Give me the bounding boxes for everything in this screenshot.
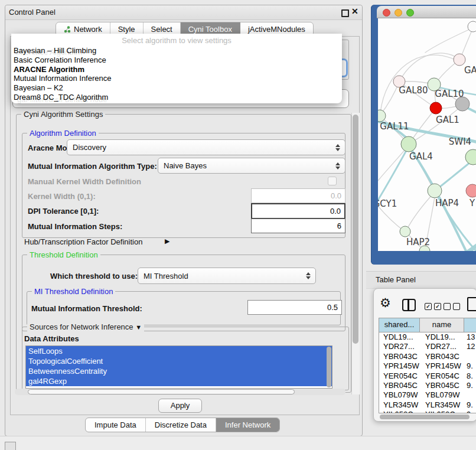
- settings-gear-icon[interactable]: ⚙: [380, 296, 391, 310]
- table-cell[interactable]: YER054C: [420, 371, 464, 381]
- table-row[interactable]: YLR345WYLR345W9.: [379, 400, 476, 410]
- spinner-icon: [334, 162, 342, 169]
- mi-steps-field[interactable]: 6: [251, 219, 345, 233]
- which-threshold-select[interactable]: MI Threshold: [138, 268, 316, 284]
- table-cell[interactable]: 9: [464, 410, 476, 413]
- table-horizontal-scrollbar-thumb[interactable]: [380, 415, 470, 419]
- table-panel-title: Table Panel: [376, 275, 416, 284]
- algorithm-option[interactable]: ARACNE Algorithm: [12, 65, 341, 74]
- table-cell[interactable]: YBR043C: [379, 352, 420, 361]
- node-y[interactable]: [466, 184, 476, 197]
- node-gal[interactable]: [454, 54, 465, 66]
- expand-right-icon[interactable]: ▶: [165, 237, 169, 245]
- mi-type-value: Naive Bayes: [158, 161, 334, 170]
- column-header-shared[interactable]: shared...: [379, 318, 420, 332]
- node-table: shared...nameA YDL19...YDL19...13YDR27..…: [379, 318, 476, 413]
- float-window-icon[interactable]: [341, 9, 349, 17]
- table-cell[interactable]: 9.: [464, 361, 476, 371]
- table-cell[interactable]: YIL052C: [379, 410, 420, 413]
- kernel-width-field[interactable]: 0.0: [251, 188, 345, 203]
- dpi-tolerance-field[interactable]: 0.0: [251, 203, 345, 219]
- algorithm-option[interactable]: Bayesian – Hill Climbing: [12, 46, 341, 56]
- tab-label: Network: [74, 25, 102, 34]
- table-row[interactable]: YIL052CYIL052C9: [379, 410, 476, 413]
- table-cell[interactable]: YDR27...: [379, 342, 420, 351]
- table-row[interactable]: YDR27...YDR27...12: [379, 342, 476, 351]
- table-row[interactable]: YER054CYER054C8.: [379, 371, 476, 381]
- column-header-name[interactable]: name: [420, 318, 464, 332]
- table-cell[interactable]: [464, 390, 476, 400]
- table-row[interactable]: YBR045CYBR045C9.: [379, 381, 476, 390]
- table-row[interactable]: YPR145WYPR145W9.: [379, 361, 476, 371]
- close-traffic-light-icon[interactable]: [383, 9, 390, 17]
- node-unlabeled[interactable]: [455, 97, 470, 111]
- node-label: GAL4: [409, 151, 433, 162]
- node-swi4[interactable]: [465, 149, 476, 165]
- algorithm-option[interactable]: Basic Correlation Inference: [12, 56, 341, 65]
- table-cell[interactable]: YLR345W: [420, 400, 464, 410]
- table-cell[interactable]: 12: [464, 342, 476, 351]
- table-cell[interactable]: 8.: [464, 371, 476, 381]
- new-table-icon[interactable]: [467, 297, 476, 311]
- select-all-checkbox-icon[interactable]: ✓✓: [425, 303, 441, 310]
- algorithm-option[interactable]: Bayesian – K2: [12, 83, 341, 93]
- column-header-a[interactable]: A: [464, 318, 476, 332]
- table-cell[interactable]: YDL19...: [420, 332, 464, 342]
- table-cell[interactable]: YDR27...: [420, 342, 464, 351]
- node-label: GCY1: [378, 198, 397, 209]
- table-cell[interactable]: YBR045C: [420, 381, 464, 390]
- data-attributes-list[interactable]: SelfLoopsTopologicalCoefficientBetweenne…: [25, 345, 332, 389]
- attribute-item[interactable]: BetweennessCentrality: [26, 366, 332, 376]
- table-cell[interactable]: YDL19...: [379, 332, 420, 342]
- table-row[interactable]: YBR043CYBR043C: [379, 352, 476, 361]
- table-cell[interactable]: YIL052C: [420, 410, 464, 413]
- node-unlabeled[interactable]: [468, 21, 476, 32]
- algorithm-option[interactable]: Dream8 DC_TDC Algorithm: [12, 93, 341, 102]
- aracne-mode-select[interactable]: Discovery: [67, 139, 345, 155]
- network-canvas[interactable]: GALGAL80GAL10GAL1GAL11GAL4SWI4GCY1HAP4YH…: [378, 18, 476, 251]
- attribute-item[interactable]: SelfLoops: [26, 346, 332, 356]
- table-cell[interactable]: 9.: [464, 400, 476, 410]
- tab-label: Cyni Toolbox: [188, 25, 232, 34]
- column-layout-icon[interactable]: [402, 299, 416, 311]
- tab-discretize-data[interactable]: Discretize Data: [146, 418, 216, 432]
- corner-widget[interactable]: [5, 442, 16, 450]
- table-row[interactable]: YDL19...YDL19...13: [379, 332, 476, 342]
- algorithm-option[interactable]: Mutual Information Inference: [12, 74, 341, 83]
- minimize-traffic-light-icon[interactable]: [395, 9, 402, 17]
- node-hap2[interactable]: [400, 226, 410, 237]
- attribute-item[interactable]: gal4RGexp: [26, 376, 332, 386]
- table-row[interactable]: YBL079WYBL079W: [379, 390, 476, 400]
- table-cell[interactable]: 13: [464, 332, 476, 342]
- table-cell[interactable]: YLR345W: [379, 400, 420, 410]
- node-gal1[interactable]: [430, 102, 442, 114]
- list-scrollbar-thumb[interactable]: [327, 347, 331, 387]
- attribute-item[interactable]: TopologicalCoefficient: [26, 356, 332, 366]
- node-label: SWI4: [449, 136, 471, 147]
- table-cell[interactable]: YPR145W: [379, 361, 420, 371]
- deselect-all-checkbox-icon[interactable]: [444, 303, 460, 310]
- mi-threshold-field[interactable]: 0.5: [247, 300, 342, 315]
- node-hap4[interactable]: [428, 184, 442, 198]
- settings-horizontal-scrollbar-thumb[interactable]: [28, 389, 295, 394]
- edge: [439, 162, 470, 187]
- tab-impute-data[interactable]: Impute Data: [86, 418, 146, 432]
- close-icon[interactable]: ✕: [351, 6, 358, 16]
- table-cell[interactable]: YBR043C: [420, 352, 464, 361]
- collapse-down-icon[interactable]: ▼: [135, 324, 142, 331]
- node-gal4[interactable]: [401, 136, 416, 152]
- tab-infer-network[interactable]: Infer Network: [216, 418, 279, 432]
- table-cell[interactable]: YBR045C: [379, 381, 420, 390]
- network-window-titlebar[interactable]: [377, 6, 476, 18]
- table-cell[interactable]: 9.: [464, 381, 476, 390]
- apply-button[interactable]: Apply: [158, 399, 202, 413]
- table-cell[interactable]: YBL079W: [379, 390, 420, 400]
- mi-type-select[interactable]: Naive Bayes: [158, 158, 345, 174]
- settings-vertical-scrollbar-thumb[interactable]: [353, 115, 358, 344]
- zoom-traffic-light-icon[interactable]: [406, 9, 414, 17]
- table-cell[interactable]: YPR145W: [420, 361, 464, 371]
- table-cell[interactable]: [464, 352, 476, 361]
- table-cell[interactable]: YER054C: [379, 371, 420, 381]
- manual-kernel-checkbox[interactable]: [328, 177, 337, 185]
- table-cell[interactable]: YBL079W: [420, 390, 464, 400]
